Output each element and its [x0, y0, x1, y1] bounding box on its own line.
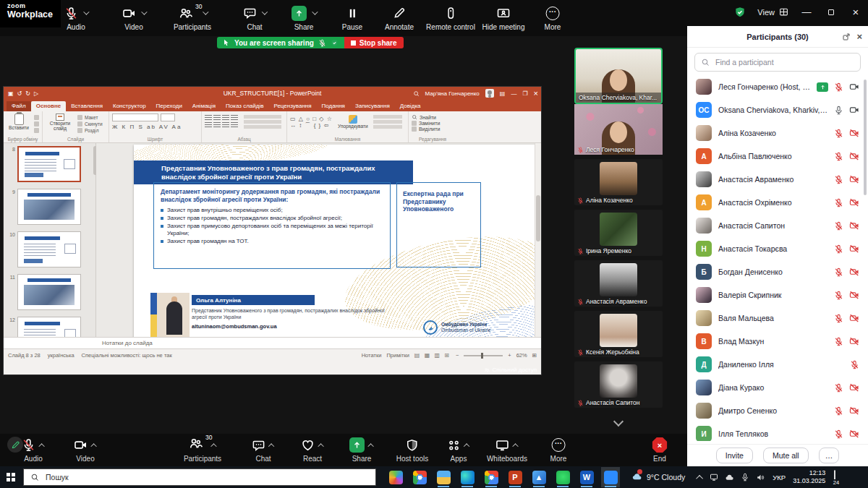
taskbar-app-icon[interactable]: P: [506, 467, 524, 487]
mute-all-button[interactable]: Mute all: [763, 448, 809, 463]
camera-off-icon[interactable]: [849, 429, 859, 439]
ppt-tab[interactable]: Записування: [350, 101, 395, 111]
chevron-down-icon[interactable]: [203, 9, 208, 14]
camera-off-icon[interactable]: [849, 151, 859, 161]
start-button[interactable]: [0, 473, 22, 481]
taskbar-app-icon[interactable]: [410, 467, 429, 487]
weather-widget[interactable]: 9°C Cloudy: [631, 471, 685, 484]
font-selectors[interactable]: [112, 114, 198, 121]
camera-off-icon[interactable]: [849, 128, 859, 138]
taskbar-app-icon[interactable]: W: [577, 467, 596, 487]
mic-muted-icon[interactable]: [834, 337, 843, 346]
chevron-up-icon[interactable]: [90, 443, 96, 449]
search-input[interactable]: [714, 57, 854, 67]
taskbar-app-icon[interactable]: [482, 467, 501, 487]
participant-row[interactable]: Леся Гончаренко (Host, me): [687, 75, 868, 98]
close-panel-icon[interactable]: ×: [856, 31, 862, 42]
replace-button[interactable]: Замінити: [412, 121, 454, 126]
slide-thumbnail-preview[interactable]: [17, 146, 81, 182]
participant-row[interactable]: OC Oksana Cherviakova, Kharkiv, O...: [687, 98, 868, 121]
participant-row[interactable]: Аліна Козаченко: [687, 121, 868, 145]
invite-button[interactable]: Invite: [716, 448, 753, 463]
participant-row[interactable]: Анастасія Авраменко: [687, 168, 868, 191]
new-slide-button[interactable]: Створити слайд: [46, 114, 75, 133]
mic-muted-icon[interactable]: [834, 267, 843, 277]
speaker-icon[interactable]: [756, 473, 765, 482]
camera-off-icon[interactable]: [849, 406, 859, 416]
font-size-box[interactable]: [161, 114, 175, 121]
mic-muted-icon[interactable]: [834, 152, 843, 161]
ppt-tab[interactable]: Рецензування: [268, 101, 316, 111]
more-button[interactable]: ··· More: [550, 436, 567, 463]
tray-expand-icon[interactable]: [696, 474, 703, 481]
camera-on-icon[interactable]: [849, 105, 859, 115]
react-button[interactable]: React: [301, 436, 324, 463]
annotate-button[interactable]: Annotate: [385, 4, 414, 31]
clipboard-mini-buttons[interactable]: [34, 115, 39, 133]
ppt-tab[interactable]: Вставлення: [66, 101, 108, 111]
zoom-percentage[interactable]: 62%: [516, 352, 527, 359]
more-options-button[interactable]: …: [819, 448, 840, 463]
zoom-slider[interactable]: [464, 355, 503, 356]
participant-row[interactable]: А Анастасія Охріменко: [687, 191, 868, 214]
arrange-button[interactable]: Упорядкувати: [337, 115, 369, 129]
mic-muted-icon[interactable]: [834, 383, 843, 393]
participant-row[interactable]: Д Даниленко Ілля: [687, 353, 868, 376]
camera-off-icon[interactable]: [849, 221, 859, 231]
camera-off-icon[interactable]: [849, 313, 859, 323]
host-tools-button[interactable]: Host tools: [396, 436, 428, 463]
ppt-tab[interactable]: Переходи: [151, 101, 187, 111]
onedrive-cloud-icon[interactable]: [725, 473, 734, 482]
video-button[interactable]: Video: [74, 436, 97, 463]
camera-off-icon[interactable]: [849, 382, 859, 393]
slide-thumbnail[interactable]: 10: [7, 231, 94, 267]
minimize-button[interactable]: —: [800, 7, 813, 17]
notes-pane[interactable]: Нотатки до слайда: [4, 337, 541, 348]
slide-thumbnail[interactable]: 12: [7, 317, 94, 337]
chevron-up-icon[interactable]: [512, 443, 518, 449]
security-shield-icon[interactable]: [734, 7, 746, 18]
restore-button[interactable]: [825, 7, 838, 17]
language-indicator[interactable]: українська: [48, 352, 75, 359]
participant-search[interactable]: [694, 53, 861, 72]
video-tile[interactable]: Анастасія Сапитон: [574, 361, 663, 408]
align-buttons[interactable]: [205, 122, 238, 128]
video-tile[interactable]: Ірина Яременко: [574, 210, 663, 256]
font-style-buttons[interactable]: Ж К П S ab AV Aa: [112, 124, 198, 130]
mic-muted-icon[interactable]: [834, 244, 843, 254]
ppt-tab[interactable]: Файл: [7, 101, 31, 111]
share-button[interactable]: Share: [349, 436, 374, 463]
ppt-tab[interactable]: Конструктор: [108, 101, 151, 111]
ppt-search-icon[interactable]: [413, 90, 420, 97]
camera-off-icon[interactable]: [849, 267, 859, 277]
notes-toggle[interactable]: Нотатки: [362, 352, 382, 359]
mic-muted-icon[interactable]: [834, 221, 843, 231]
whiteboards-button[interactable]: Whiteboards: [487, 436, 527, 463]
audio-button[interactable]: Audio: [64, 4, 88, 31]
notification-center[interactable]: 24: [834, 471, 835, 484]
participants-scrollbar[interactable]: [864, 80, 867, 195]
ppt-share-button[interactable]: Спільний доступ: [484, 367, 537, 373]
chevron-up-icon[interactable]: [367, 443, 373, 449]
slide-thumbnail-preview[interactable]: [17, 274, 81, 310]
camera-off-icon[interactable]: [849, 244, 859, 254]
participants-button[interactable]: 30 Participants: [184, 436, 221, 463]
ppt-close-button[interactable]: ×: [534, 89, 538, 98]
mic-muted-icon[interactable]: [834, 82, 843, 92]
taskbar-app-icon[interactable]: [601, 467, 620, 487]
participant-row[interactable]: Валя Мальцева: [687, 307, 868, 330]
chevron-down-icon[interactable]: [262, 9, 268, 14]
mic-muted-icon[interactable]: [834, 406, 843, 416]
mic-muted-icon[interactable]: [834, 198, 843, 207]
font-name-box[interactable]: [112, 114, 158, 121]
reset-button[interactable]: Скинути: [77, 121, 103, 127]
participants-button[interactable]: 30 Participants: [174, 4, 211, 31]
slide-title-banner[interactable]: Представник Уповноваженого з прав громад…: [134, 160, 413, 184]
chevron-down-icon[interactable]: [141, 9, 147, 14]
video-tile[interactable]: Oksana Cherviakova, Khar...: [574, 48, 663, 104]
ppt-tab[interactable]: Довідка: [395, 101, 426, 111]
ppt-user-avatar[interactable]: [485, 89, 494, 98]
more-videos-control[interactable]: [574, 412, 663, 425]
participant-row[interactable]: Валерія Скрипник: [687, 283, 868, 307]
camera-on-icon[interactable]: [849, 82, 859, 92]
